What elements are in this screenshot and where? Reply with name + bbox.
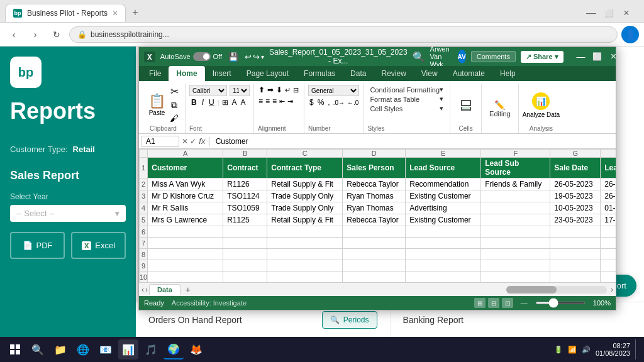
share-button[interactable]: ↗ Share ▾	[521, 51, 564, 63]
table-cell[interactable]: Friends & Family	[481, 178, 550, 190]
periods-button[interactable]: 🔍 Periods	[322, 311, 377, 329]
tab-insert[interactable]: Insert	[205, 66, 239, 81]
align-middle-button[interactable]: ➡	[267, 85, 274, 95]
wrap-text-button[interactable]: ↵	[284, 85, 291, 95]
sheet-tab-data[interactable]: Data	[149, 284, 180, 295]
redo-button[interactable]: ↪	[253, 52, 260, 62]
teams-icon[interactable]: 🎵	[141, 339, 161, 359]
new-tab-button[interactable]: +	[126, 3, 144, 22]
table-cell[interactable]: 26-05-2023	[601, 178, 616, 190]
next-sheet-button[interactable]: ›	[145, 285, 148, 294]
pdf-button-left[interactable]: 📄 PDF	[10, 232, 65, 259]
quick-access-dropdown[interactable]: ▾	[261, 52, 264, 62]
col-header-b[interactable]: B	[223, 150, 267, 158]
format-painter-button[interactable]: 🖌	[169, 112, 179, 124]
cell-f1[interactable]: Lead Sub Source	[481, 158, 550, 178]
table-cell[interactable]: 17-05-2022	[601, 214, 616, 226]
currency-button[interactable]: $	[308, 97, 315, 107]
border-button[interactable]: ⊞	[221, 97, 230, 107]
font-size-select[interactable]: 11	[230, 85, 250, 96]
table-cell[interactable]	[481, 190, 550, 202]
refresh-button[interactable]: ↻	[48, 26, 65, 43]
col-header-h[interactable]: H	[601, 150, 616, 158]
zoom-slider[interactable]	[535, 302, 586, 304]
chrome-icon[interactable]: 🌍	[164, 339, 184, 359]
fill-color-button[interactable]: A	[231, 97, 238, 107]
minimize-excel[interactable]: —	[574, 50, 589, 63]
increase-indent-button[interactable]: ⇥	[287, 96, 294, 106]
table-cell[interactable]: 19-05-2023	[550, 190, 601, 202]
minimize-browser[interactable]: —	[584, 7, 599, 19]
horizontal-scrollbar[interactable]	[506, 286, 607, 293]
tab-help[interactable]: Help	[492, 66, 523, 81]
table-cell[interactable]: Miss A Van Wyk	[148, 178, 223, 190]
start-button[interactable]	[5, 339, 25, 359]
table-cell[interactable]: Rebecca Taylor	[343, 214, 406, 226]
cell-a1[interactable]: Customer	[148, 158, 223, 178]
table-cell[interactable]: 26-05-2023	[550, 178, 601, 190]
table-cell[interactable]: Ryan Thomas	[343, 190, 406, 202]
format-as-table-btn[interactable]: Format as Table ▾	[367, 94, 446, 104]
conditional-formatting-btn[interactable]: Conditional Formatting ▾	[367, 85, 446, 94]
close-excel[interactable]: ×	[606, 50, 621, 63]
cell-d1[interactable]: Sales Person	[343, 158, 406, 178]
table-cell[interactable]: 01-02-2022	[601, 202, 616, 214]
underline-button[interactable]: U	[207, 97, 216, 107]
normal-view-button[interactable]: ⊞	[474, 298, 486, 308]
maximize-browser[interactable]: ⬜	[601, 7, 616, 19]
autosave-toggle[interactable]	[193, 52, 211, 61]
font-color-button[interactable]: A	[240, 97, 247, 107]
col-header-d[interactable]: D	[343, 150, 406, 158]
firefox-icon[interactable]: 🦊	[186, 339, 206, 359]
table-cell[interactable]: Rebecca Taylor	[343, 178, 406, 190]
table-cell[interactable]: Existing Customer	[406, 214, 481, 226]
close-browser[interactable]: ×	[619, 7, 634, 19]
cell-g1[interactable]: Sale Date	[550, 158, 601, 178]
cell-e1[interactable]: Lead Source	[406, 158, 481, 178]
col-header-e[interactable]: E	[406, 150, 481, 158]
select-year-dropdown[interactable]: -- Select -- ▾	[10, 205, 126, 222]
tab-file[interactable]: File	[142, 66, 169, 81]
show-desktop-button[interactable]	[635, 339, 639, 359]
tab-automate[interactable]: Automate	[445, 66, 492, 81]
tab-home[interactable]: Home	[169, 66, 204, 81]
clock[interactable]: 08:27 01/08/2023	[596, 342, 630, 357]
formula-input[interactable]	[213, 137, 613, 146]
copy-button[interactable]: ⧉	[169, 99, 179, 111]
table-cell[interactable]: 10-05-2023	[550, 202, 601, 214]
merge-button[interactable]: ⊟	[292, 85, 299, 95]
paste-button[interactable]: 📋 Paste	[147, 92, 167, 118]
increase-decimal-button[interactable]: ←.0	[347, 99, 359, 107]
tab-review[interactable]: Review	[374, 66, 413, 81]
table-cell[interactable]: TSO1124	[223, 190, 267, 202]
analyze-data-button[interactable]: 📊 Analyze Data	[523, 92, 560, 118]
cut-button[interactable]: ✂	[169, 85, 179, 98]
font-family-select[interactable]: Calibri	[189, 85, 227, 96]
table-cell[interactable]: Mrs G Lawrence	[148, 214, 223, 226]
close-icon[interactable]: ×	[113, 8, 118, 18]
cell-c1[interactable]: Contract Type	[267, 158, 343, 178]
page-layout-view-button[interactable]: ⊟	[488, 298, 499, 308]
table-cell[interactable]	[481, 214, 550, 226]
col-header-c[interactable]: C	[267, 150, 343, 158]
maximize-excel[interactable]: ⬜	[590, 50, 605, 63]
tab-data[interactable]: Data	[343, 66, 374, 81]
tab-formulas[interactable]: Formulas	[296, 66, 343, 81]
percent-button[interactable]: %	[316, 97, 326, 107]
undo-button[interactable]: ↩	[245, 52, 252, 62]
tab-view[interactable]: View	[414, 66, 445, 81]
col-header-a[interactable]: A	[148, 150, 223, 158]
save-icon[interactable]: 💾	[227, 52, 240, 62]
editing-button[interactable]: ✏️ Editing	[486, 99, 514, 119]
table-cell[interactable]: 23-05-2023	[550, 214, 601, 226]
table-cell[interactable]: Trade Supply Only	[267, 202, 343, 214]
search-excel-icon[interactable]: 🔍	[413, 51, 425, 63]
table-cell[interactable]: Ryan Thomas	[343, 202, 406, 214]
table-cell[interactable]	[481, 202, 550, 214]
table-cell[interactable]: Mr R Sallis	[148, 202, 223, 214]
cell-styles-btn[interactable]: Cell Styles ▾	[367, 104, 446, 113]
col-header-f[interactable]: F	[481, 150, 550, 158]
col-header-g[interactable]: G	[550, 150, 601, 158]
scroll-right[interactable]: ›	[611, 285, 613, 294]
outlook-icon[interactable]: 📧	[96, 339, 116, 359]
